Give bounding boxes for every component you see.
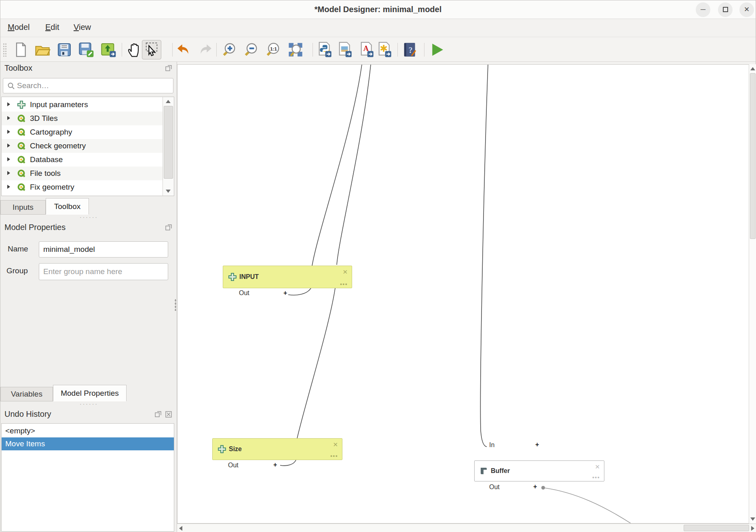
node-options-icon[interactable]: ●●● bbox=[340, 282, 348, 286]
export-pdf-icon[interactable]: A bbox=[359, 42, 375, 58]
expand-caret-icon[interactable] bbox=[7, 157, 10, 161]
zoom-full-icon[interactable] bbox=[287, 42, 304, 58]
run-model-icon[interactable] bbox=[429, 42, 445, 58]
maximize-button[interactable] bbox=[718, 2, 733, 17]
scroll-up-icon[interactable] bbox=[750, 67, 755, 70]
tab-toolbox[interactable]: Toolbox bbox=[46, 198, 89, 215]
size-out-socket-icon[interactable]: + bbox=[273, 461, 277, 469]
tab-variables[interactable]: Variables bbox=[0, 387, 53, 401]
remove-node-icon[interactable]: ✕ bbox=[342, 268, 348, 276]
export-image-icon[interactable] bbox=[337, 42, 353, 58]
remove-node-icon[interactable]: ✕ bbox=[333, 441, 338, 448]
buffer-out-connector-dot[interactable] bbox=[541, 486, 545, 490]
tree-item-label: Cartography bbox=[30, 128, 72, 137]
scroll-right-icon[interactable] bbox=[751, 526, 754, 531]
input-out-socket-icon[interactable]: + bbox=[283, 289, 287, 297]
new-model-icon[interactable] bbox=[13, 42, 29, 58]
open-model-icon[interactable] bbox=[34, 42, 51, 58]
save-model-in-project-icon[interactable] bbox=[100, 42, 116, 58]
float-panel-icon[interactable] bbox=[165, 224, 172, 231]
menu-view[interactable]: View bbox=[74, 23, 91, 32]
tree-item-label: Database bbox=[30, 155, 63, 164]
scrollbar-thumb[interactable] bbox=[164, 106, 173, 179]
expand-caret-icon[interactable] bbox=[7, 116, 10, 120]
tree-item-input-parameters[interactable]: Input parameters bbox=[2, 98, 163, 112]
model-group-field[interactable] bbox=[39, 263, 168, 280]
model-canvas[interactable]: INPUT ✕ ●●● Out + Size ✕ ●●● Out + In + … bbox=[177, 64, 751, 524]
expand-caret-icon[interactable] bbox=[7, 144, 10, 148]
scroll-left-icon[interactable] bbox=[179, 526, 182, 531]
model-name-field[interactable] bbox=[39, 241, 168, 258]
tab-inputs[interactable]: Inputs bbox=[0, 200, 46, 215]
panel-splitter-handle[interactable] bbox=[175, 299, 176, 311]
search-icon bbox=[7, 82, 15, 90]
expand-caret-icon[interactable] bbox=[7, 185, 10, 189]
qgis-group-icon bbox=[17, 141, 26, 150]
export-script-icon[interactable]: ✱ bbox=[376, 42, 393, 58]
expand-caret-icon[interactable] bbox=[7, 102, 10, 106]
scroll-down-icon[interactable] bbox=[750, 517, 755, 521]
tree-item-file-tools[interactable]: File tools bbox=[2, 167, 163, 180]
export-python-icon[interactable] bbox=[317, 42, 333, 58]
save-model-as-icon[interactable] bbox=[78, 42, 94, 58]
close-panel-icon[interactable] bbox=[165, 411, 172, 418]
undo-icon[interactable] bbox=[175, 42, 192, 58]
tree-item-cartography[interactable]: Cartography bbox=[2, 125, 163, 139]
expand-caret-icon[interactable] bbox=[7, 130, 10, 134]
node-size[interactable]: Size ✕ ●●● bbox=[212, 438, 342, 460]
remove-node-icon[interactable]: ✕ bbox=[595, 463, 600, 471]
splitter-handle[interactable]: ······ bbox=[80, 401, 98, 407]
pan-icon[interactable] bbox=[127, 42, 143, 58]
node-buffer[interactable]: Buffer ✕ ●●● bbox=[474, 460, 604, 481]
tree-item-check-geometry[interactable]: Check geometry bbox=[2, 139, 163, 153]
buffer-in-socket-icon[interactable]: + bbox=[535, 441, 539, 448]
menu-edit[interactable]: Edit bbox=[45, 23, 59, 32]
toolbar-grip[interactable] bbox=[3, 43, 7, 57]
buffer-out-socket-icon[interactable]: + bbox=[533, 483, 537, 490]
tree-item-database[interactable]: Database bbox=[2, 153, 163, 167]
save-model-icon[interactable] bbox=[56, 42, 72, 58]
undo-item-move-items[interactable]: Move Items bbox=[2, 437, 174, 450]
tree-item-3d-tiles[interactable]: 3D Tiles bbox=[2, 112, 163, 125]
float-panel-icon[interactable] bbox=[165, 65, 172, 72]
canvas-vertical-scrollbar[interactable] bbox=[749, 64, 756, 524]
canvas-horizontal-scrollbar[interactable] bbox=[177, 524, 756, 532]
search-input[interactable] bbox=[17, 79, 171, 92]
buffer-in-socket-label: In bbox=[489, 441, 494, 449]
minimize-button[interactable]: ─ bbox=[696, 2, 710, 17]
toolbox-panel-title: Toolbox bbox=[4, 63, 32, 73]
tree-item-fix-geometry[interactable]: Fix geometry bbox=[2, 180, 163, 194]
qgis-group-icon bbox=[17, 114, 26, 123]
dock-tabbar-bottom: Variables Model Properties bbox=[0, 384, 177, 401]
select-move-item-icon[interactable] bbox=[142, 40, 161, 59]
node-title: Size bbox=[229, 445, 242, 453]
left-dock-area: Toolbox Input parameters 3D Tiles Cartog… bbox=[0, 62, 177, 532]
node-options-icon[interactable]: ●●● bbox=[330, 454, 338, 458]
node-input[interactable]: INPUT ✕ ●●● bbox=[223, 266, 352, 288]
splitter-handle[interactable]: ······ bbox=[80, 214, 98, 220]
edit-help-icon[interactable]: ? bbox=[401, 42, 418, 58]
toolbar-separator bbox=[172, 43, 173, 57]
undo-item-empty[interactable]: <empty> bbox=[2, 424, 174, 437]
float-panel-icon[interactable] bbox=[155, 411, 161, 418]
undo-history-list: <empty> Move Items bbox=[1, 423, 174, 532]
zoom-out-icon[interactable] bbox=[243, 42, 259, 58]
name-label: Name bbox=[8, 245, 28, 253]
node-options-icon[interactable]: ●●● bbox=[592, 475, 600, 479]
toolbox-tree-scrollbar[interactable] bbox=[163, 97, 174, 196]
tab-model-properties[interactable]: Model Properties bbox=[53, 385, 127, 401]
scroll-up-icon[interactable] bbox=[166, 100, 171, 103]
scrollbar-thumb[interactable] bbox=[750, 73, 756, 239]
qgis-group-icon bbox=[17, 128, 26, 137]
close-button[interactable]: ✕ bbox=[739, 2, 754, 17]
zoom-in-icon[interactable] bbox=[221, 42, 237, 58]
expand-caret-icon[interactable] bbox=[7, 171, 10, 175]
scrollbar-thumb[interactable] bbox=[684, 525, 749, 531]
zoom-actual-icon[interactable]: 1:1 bbox=[265, 42, 281, 58]
menu-model[interactable]: Model bbox=[8, 23, 30, 32]
toolbar-separator bbox=[313, 43, 313, 57]
svg-text:?: ? bbox=[409, 46, 413, 55]
redo-icon[interactable] bbox=[197, 42, 213, 58]
scroll-down-icon[interactable] bbox=[166, 190, 171, 193]
window-title: *Model Designer: minimal_model bbox=[0, 5, 756, 14]
